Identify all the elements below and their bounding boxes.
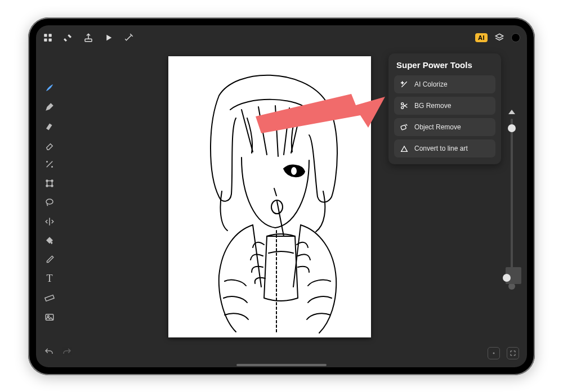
- svg-point-9: [46, 180, 48, 182]
- top-right-group: AI: [475, 33, 520, 43]
- slider-top-handle-icon[interactable]: [508, 110, 515, 114]
- ruler-tool[interactable]: [43, 292, 56, 304]
- left-toolbar: T: [42, 82, 57, 323]
- svg-rect-23: [401, 125, 406, 130]
- ai-badge[interactable]: AI: [475, 33, 488, 42]
- panel-item-label: AI Colorize: [414, 80, 448, 88]
- undo-icon[interactable]: [44, 347, 54, 359]
- svg-point-7: [52, 166, 53, 167]
- magic-eraser-tool[interactable]: [43, 158, 56, 170]
- svg-rect-2: [44, 38, 47, 41]
- brush-tool[interactable]: [43, 82, 56, 94]
- home-indicator: [236, 364, 327, 366]
- wand-icon: [400, 80, 409, 89]
- transform-tool[interactable]: [43, 177, 56, 190]
- fit-screen-button[interactable]: [488, 347, 500, 359]
- panel-item-bg-remove[interactable]: BG Remove: [394, 97, 495, 115]
- canvas[interactable]: [168, 56, 371, 337]
- svg-rect-5: [85, 39, 92, 42]
- bottom-bar: [36, 345, 527, 362]
- panel-title: Super Power Tools: [394, 60, 495, 70]
- image-tool[interactable]: [43, 311, 56, 323]
- app-screen: AI T: [36, 25, 527, 367]
- svg-point-10: [51, 180, 53, 182]
- slider-thumb[interactable]: [508, 124, 516, 132]
- svg-point-18: [291, 166, 297, 175]
- brush-size-slider[interactable]: [511, 119, 513, 278]
- svg-point-24: [493, 353, 494, 354]
- play-icon[interactable]: [104, 33, 114, 43]
- text-tool[interactable]: T: [43, 273, 56, 285]
- svg-rect-17: [168, 56, 371, 337]
- redo-icon[interactable]: [62, 347, 72, 359]
- tablet-frame: AI T: [28, 17, 535, 375]
- eraser-tool[interactable]: [43, 139, 56, 151]
- line-art-icon: [400, 144, 409, 153]
- svg-rect-14: [45, 295, 54, 301]
- svg-rect-3: [49, 38, 52, 41]
- svg-point-12: [51, 185, 53, 187]
- lasso-tool[interactable]: [43, 196, 56, 209]
- fill-tool[interactable]: [43, 235, 56, 247]
- svg-point-11: [46, 185, 48, 187]
- super-power-tools-panel: Super Power Tools AI Colorize BG Remove …: [388, 53, 501, 164]
- grid-icon[interactable]: [43, 33, 53, 43]
- panel-item-label: Convert to line art: [414, 145, 468, 152]
- paint-tool[interactable]: [43, 120, 56, 132]
- panel-item-line-art[interactable]: Convert to line art: [394, 139, 495, 157]
- pen-tool[interactable]: [43, 101, 56, 113]
- svg-point-6: [47, 161, 48, 162]
- slider-thumb[interactable]: [503, 274, 511, 282]
- top-bar: AI: [36, 25, 527, 50]
- svg-rect-0: [44, 34, 47, 37]
- magic-wand-icon[interactable]: [124, 33, 134, 43]
- opacity-slider[interactable]: [506, 267, 521, 284]
- right-slider-rail: [506, 110, 518, 290]
- eyedropper-tool[interactable]: [43, 254, 56, 266]
- object-erase-icon: [400, 123, 409, 132]
- panel-item-label: Object Remove: [414, 123, 461, 131]
- top-left-group: [43, 33, 134, 43]
- hammer-icon[interactable]: [63, 33, 73, 43]
- svg-rect-4: [64, 38, 67, 42]
- layers-icon[interactable]: [494, 33, 504, 43]
- mirror-tool[interactable]: [43, 215, 56, 228]
- panel-item-label: BG Remove: [414, 102, 451, 110]
- line-art-sketch: [168, 56, 371, 337]
- svg-point-13: [46, 199, 53, 204]
- color-swatch-icon[interactable]: [511, 33, 520, 42]
- scissors-icon: [400, 101, 409, 110]
- export-icon[interactable]: [83, 33, 93, 43]
- fullscreen-button[interactable]: [507, 347, 519, 359]
- panel-item-object-remove[interactable]: Object Remove: [394, 118, 495, 136]
- svg-rect-1: [49, 34, 52, 37]
- panel-item-ai-colorize[interactable]: AI Colorize: [394, 75, 495, 93]
